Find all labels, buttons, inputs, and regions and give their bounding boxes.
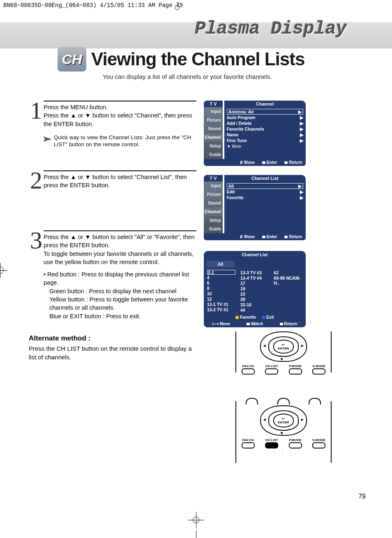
step-text: Press the ▲ or ▼ button to select "Chann… <box>44 111 196 128</box>
nav-item: Picture <box>204 116 223 124</box>
osd-tag: All <box>206 261 235 267</box>
nav-item: Sound <box>204 124 223 133</box>
updown-icon: ⇵ <box>240 160 243 165</box>
channel-item: 19 <box>240 286 269 291</box>
enter-label: ENTER <box>278 421 289 424</box>
updown-icon: ⇵ <box>240 235 243 239</box>
blue-dot-icon <box>262 316 265 319</box>
yellow-dot-icon <box>235 316 239 319</box>
osd-tv-label: T V <box>204 175 223 182</box>
foot-move: Move <box>220 322 231 326</box>
channel-item: 23 <box>240 291 269 297</box>
arrow-right-icon: ▶ <box>298 109 302 114</box>
osd-tv-label: T V <box>204 101 223 107</box>
channel-item: 28 <box>240 297 269 302</box>
bullet: • Red button : Press to display the prev… <box>44 270 196 287</box>
foot-watch: Watch <box>251 322 263 326</box>
hint-text: Quick way to view the Channel Lists: Jus… <box>54 134 196 148</box>
nav-item: Input <box>204 182 223 190</box>
channel-item: 13-4 TV #4 <box>240 275 269 280</box>
channel-item: 4 <box>207 275 235 280</box>
step-number: 3 <box>29 230 44 320</box>
down-arrow-icon: ▾ <box>281 430 283 436</box>
nav-item: Channel <box>204 133 223 142</box>
crop-mark-bottom <box>188 509 204 538</box>
channel-item: 12 <box>207 296 235 301</box>
foot-move: Move <box>244 160 255 165</box>
enter-label: ENTER <box>278 347 289 350</box>
step-text: Press the MENU button. <box>44 103 196 111</box>
foot-enter: Enter <box>267 235 277 239</box>
arrow-right-icon: ▶ <box>300 126 303 131</box>
channel-item: 6 <box>207 280 235 285</box>
bullet: Yellow button : Press to toggle between … <box>44 295 196 312</box>
channel-item: 32-10 <box>240 302 269 307</box>
step-3: 3 Press the ▲ or ▼ button to select "All… <box>29 230 196 320</box>
banner: Plasma Display <box>0 22 392 48</box>
favch-button: FAV.CH <box>242 438 255 448</box>
osd-title: Channel <box>224 101 306 107</box>
arrow-right-icon: ▶ <box>300 138 303 143</box>
enter-icon <box>262 236 265 238</box>
down-arrow-icon: ▾ <box>281 356 283 362</box>
nav-item: Channel <box>204 207 223 216</box>
osd-list: Antenna: Air▶ Auto Program▶ Add / Delete… <box>224 107 306 159</box>
channel-item: 62 <box>274 270 302 275</box>
osd-title: Channel List <box>224 175 306 182</box>
list-item: All <box>228 184 234 189</box>
ch-badge: CH <box>58 47 86 71</box>
osd-list: All▶ Edit▶ Favorite▶ <box>224 182 306 233</box>
left-arrow-icon: ◂ <box>263 343 266 348</box>
arrow-right-icon: ▶ <box>300 195 303 200</box>
pmode-button: P.MODE <box>289 438 302 448</box>
channel-item: 13-1 TV #1 <box>207 301 235 307</box>
list-item: Edit <box>227 189 235 194</box>
page-title: Viewing the Channel Lists <box>91 50 304 68</box>
nav-item: Guide <box>204 150 223 159</box>
chlist-button-highlighted: CH LIST <box>265 438 278 448</box>
return-icon <box>284 236 288 238</box>
pmode-button: P.MODE <box>289 364 302 375</box>
channel-item: 10 <box>207 291 235 296</box>
list-item: Name <box>227 132 239 137</box>
arrow-right-icon: ▶ <box>300 121 303 126</box>
enter-icon: ↵ <box>282 417 285 421</box>
remote-diagram-2: ◂ ▸ ▾ ↵ENTER FAV.CH CH LIST P.MODE S.MOD… <box>235 401 332 463</box>
remote-diagram-1: ◂ ▸ ▾ ↵ENTER FAV.CH CH LIST P.MODE S.MOD… <box>235 331 332 372</box>
channel-item: 13-2 TV #1 <box>207 307 235 312</box>
dots-decoration: ○ ○ ○○ ○ ○ <box>236 450 331 457</box>
osd-nav: Input Picture Sound Channel Setup Guide <box>204 107 223 159</box>
banner-title: Plasma Display <box>195 20 347 38</box>
nav-item: Setup <box>204 216 223 225</box>
enter-icon: ↵ <box>282 343 285 347</box>
step-2: 2 Press the ▲ or ▼ button to select "Cha… <box>29 170 196 190</box>
bullet: Blue or EXIT button : Press to exit. <box>44 312 196 320</box>
nav-item: Setup <box>204 142 223 150</box>
arrow-right-icon: ▶ <box>300 132 303 137</box>
foot-return: Return <box>284 322 297 326</box>
nav-item: Picture <box>204 190 223 199</box>
enter-icon <box>262 161 265 164</box>
right-arrow-icon: ▸ <box>301 417 304 422</box>
arrow-right-icon: ▶ <box>300 115 303 120</box>
list-item: Favorite <box>227 195 244 200</box>
list-item: Add / Delete <box>227 121 252 126</box>
bullet: Green button : Press to display the next… <box>44 287 196 295</box>
return-icon <box>284 161 288 164</box>
channel-item: 8 <box>207 285 235 291</box>
list-item: Fine Tune <box>227 138 247 143</box>
foot-return: Return <box>289 160 302 165</box>
nav-item: Sound <box>204 199 223 207</box>
osd-all-channel-list: Channel List All 2-1 4 6 8 10 12 13-1 TV… <box>204 251 306 327</box>
doc-header: BN68-00835D-00Eng_(064~083) 4/15/05 11:3… <box>0 0 392 11</box>
list-item: Auto Program <box>227 115 256 120</box>
channel-item: 44 <box>240 307 269 313</box>
step-text: To toggle between your favorite channels… <box>44 250 196 267</box>
channel-item: 69-98 NCAM-H.. <box>274 275 302 285</box>
subtitle: You can display a list of all channels o… <box>103 73 363 80</box>
list-item: Antenna <box>228 109 246 114</box>
exit-label: Exit <box>266 315 274 320</box>
channel-item: 17 <box>240 280 269 286</box>
osd-channel-list-menu: T V Channel List Input Picture Sound Cha… <box>204 175 306 240</box>
step-number: 2 <box>29 170 44 190</box>
